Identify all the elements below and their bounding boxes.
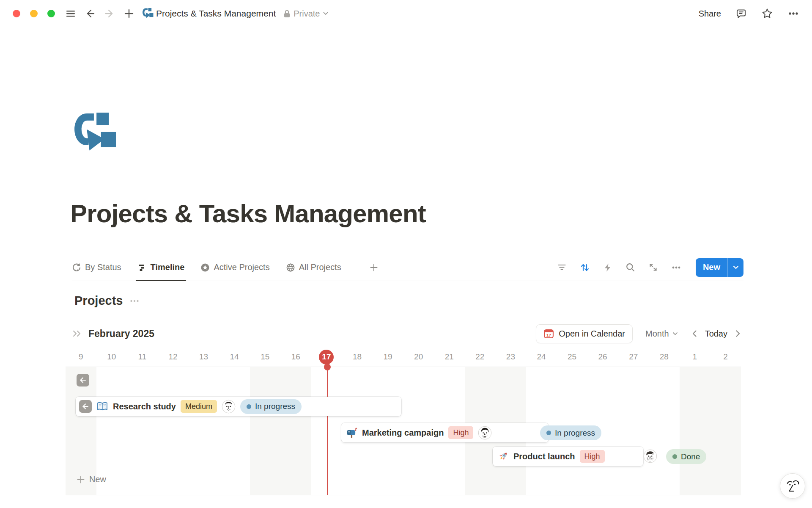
status-label: Done	[681, 452, 700, 461]
scroll-to-item-button[interactable]	[77, 374, 89, 387]
zoom-window-button[interactable]	[47, 10, 55, 17]
assignee-avatar	[222, 400, 236, 414]
plus-icon	[77, 475, 85, 484]
tab-label: By Status	[85, 262, 121, 272]
timeline-zoom-select[interactable]: Month	[645, 329, 678, 339]
open-book-emoji	[96, 401, 108, 412]
weekend-shade	[250, 367, 311, 495]
date-label: 27	[618, 347, 649, 367]
month-title[interactable]: February 2025	[88, 328, 154, 340]
date-label: 24	[526, 347, 557, 367]
sort-icon[interactable]	[579, 262, 590, 273]
expand-icon[interactable]	[648, 262, 658, 273]
date-label: 18	[342, 347, 373, 367]
item-title: Product launch	[513, 452, 575, 461]
more-options-icon[interactable]	[787, 8, 799, 19]
next-month-icon[interactable]	[732, 328, 743, 339]
svg-text:17: 17	[546, 332, 551, 337]
priority-badge: High	[580, 450, 605, 463]
prev-month-icon[interactable]	[689, 328, 700, 339]
close-window-button[interactable]	[13, 10, 20, 17]
favorite-star-icon[interactable]	[761, 8, 773, 19]
new-button[interactable]: New	[696, 258, 743, 277]
add-view-icon[interactable]	[369, 263, 379, 272]
timeline-item-research-study[interactable]: Research study Medium In progress	[76, 397, 401, 416]
tab-active-projects[interactable]: Active Projects	[200, 254, 269, 281]
chevron-down-icon	[672, 332, 678, 336]
breadcrumb-page-title[interactable]: Projects & Tasks Management	[156, 8, 276, 19]
page-icon-logo[interactable]	[73, 113, 117, 155]
open-in-calendar-label: Open in Calendar	[559, 329, 625, 339]
date-label: 20	[403, 347, 434, 367]
database-title[interactable]: Projects	[74, 294, 123, 308]
privacy-selector[interactable]: Private	[283, 9, 328, 19]
date-label: 28	[649, 347, 680, 367]
date-label: 15	[250, 347, 280, 367]
status-pill: In progress	[240, 399, 302, 414]
automations-bolt-icon[interactable]	[603, 262, 613, 273]
lock-icon	[283, 9, 291, 18]
comments-icon[interactable]	[735, 8, 747, 19]
star-circle-icon	[200, 263, 210, 272]
date-label: 16	[280, 347, 311, 367]
tab-timeline[interactable]: Timeline	[137, 254, 185, 281]
date-label: 9	[66, 347, 96, 367]
view-tools: New	[557, 258, 743, 277]
weekend-shade	[680, 367, 741, 495]
forward-icon	[103, 7, 116, 20]
status-pill: Done	[666, 449, 706, 464]
assignee-avatar	[643, 449, 657, 463]
date-label: 26	[587, 347, 618, 367]
window-titlebar: Projects & Tasks Management Private Shar…	[0, 0, 812, 27]
today-indicator-line	[327, 367, 328, 495]
back-icon[interactable]	[84, 7, 96, 20]
status-pill: In progress	[540, 425, 601, 440]
page-title[interactable]: Projects & Tasks Management	[70, 199, 426, 228]
view-tabs: By Status Timeline Active Projects All P…	[72, 254, 379, 281]
date-label: 14	[219, 347, 250, 367]
sidebar-menu-icon[interactable]	[64, 7, 77, 20]
scroll-to-item-button[interactable]	[79, 400, 92, 413]
chevron-down-icon	[323, 12, 328, 15]
tab-all-projects[interactable]: All Projects	[286, 254, 341, 281]
double-chevron-icon[interactable]	[72, 329, 82, 338]
view-more-icon[interactable]	[671, 262, 682, 273]
share-button[interactable]: Share	[699, 9, 721, 19]
new-button-label[interactable]: New	[696, 258, 727, 277]
new-row-label: New	[89, 475, 106, 484]
timeline-new-row-button[interactable]: New	[77, 475, 106, 484]
notion-ai-face-button[interactable]	[780, 473, 805, 499]
date-label: 1	[680, 347, 710, 367]
date-label: 10	[96, 347, 127, 367]
status-label: In progress	[255, 402, 295, 411]
calendar-icon: 17	[543, 329, 554, 339]
timeline-bars-icon	[137, 263, 147, 272]
priority-badge: Medium	[181, 400, 217, 413]
tab-label: Active Projects	[214, 262, 269, 272]
open-in-calendar-button[interactable]: 17 Open in Calendar	[536, 324, 633, 343]
mailbox-emoji	[346, 427, 357, 438]
status-dot	[247, 404, 251, 409]
globe-icon	[286, 263, 295, 272]
priority-badge: High	[448, 426, 473, 439]
timeline-header: February 2025 17 Open in Calendar Month …	[72, 323, 743, 344]
search-icon[interactable]	[625, 262, 636, 273]
date-label: 21	[434, 347, 465, 367]
date-label: 23	[495, 347, 526, 367]
status-label: In progress	[555, 428, 595, 438]
new-dropdown-icon[interactable]	[728, 258, 743, 277]
tab-label: Timeline	[151, 262, 185, 272]
timeline-item-product-launch[interactable]: Product launch High	[493, 447, 643, 466]
minimize-window-button[interactable]	[30, 10, 38, 17]
date-label: 2	[710, 347, 741, 367]
date-label: 11	[127, 347, 158, 367]
tab-by-status[interactable]: By Status	[72, 254, 121, 281]
tab-label: All Projects	[299, 262, 341, 272]
timeline-item-marketing-campaign[interactable]: Marketing campaign High	[341, 423, 549, 442]
item-title: Marketing campaign	[362, 428, 444, 438]
rocket-emoji	[498, 451, 509, 462]
database-options-icon[interactable]	[129, 296, 140, 306]
today-button[interactable]: Today	[705, 329, 727, 339]
new-page-icon[interactable]	[123, 7, 135, 20]
filter-icon[interactable]	[557, 262, 567, 273]
